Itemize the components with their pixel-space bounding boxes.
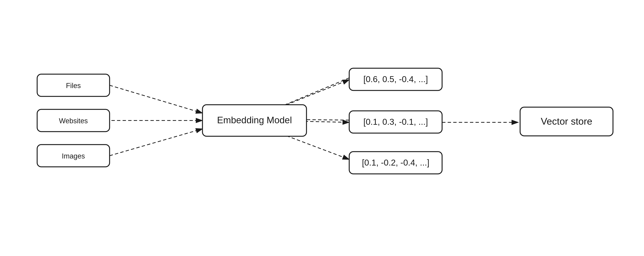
vector-store-label: Vector store bbox=[541, 116, 592, 127]
images-label: Images bbox=[62, 152, 85, 160]
embedding-model-label: Embedding Model bbox=[217, 115, 292, 125]
files-label: Files bbox=[66, 82, 81, 90]
websites-label: Websites bbox=[59, 117, 88, 125]
line-files-to-model bbox=[110, 85, 202, 113]
vector2-label: [0.1, 0.3, -0.1, ...] bbox=[363, 117, 428, 127]
vector3-label: [0.1, -0.2, -0.4, ...] bbox=[362, 158, 429, 167]
line-images-to-model bbox=[110, 129, 202, 156]
vector1-label: [0.6, 0.5, -0.4, ...] bbox=[363, 74, 428, 84]
diagram-container: Files Websites Images Embedding Model [0… bbox=[0, 0, 644, 256]
